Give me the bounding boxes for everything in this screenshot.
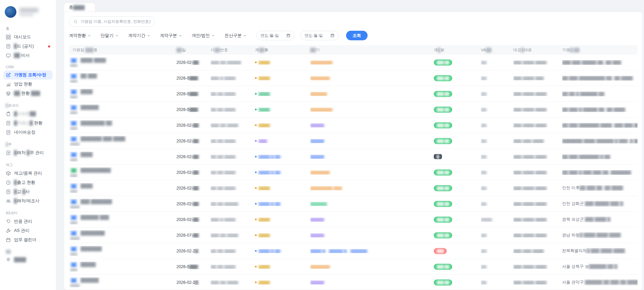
sidebar-item[interactable]: 영업 현황 <box>3 80 53 89</box>
van-cell: ██ <box>481 265 513 269</box>
store-type-badge: ██ <box>70 246 78 251</box>
sidebar-item[interactable]: ████ <box>3 255 53 264</box>
store-subtext: ████ <box>70 205 174 209</box>
company-logo <box>5 6 16 18</box>
sidebar-item[interactable]: █가세신█ 현황 <box>3 119 53 128</box>
table-row[interactable]: ██ ██████ ███ 2026-0███ ██-██-████ ████ … <box>69 102 638 118</box>
sidebar-item[interactable]: █래처/제조사 <box>3 196 53 206</box>
date-cell: 2026-02-██ <box>176 186 211 191</box>
column-header: 계█분 <box>434 47 481 53</box>
sidebar-item[interactable]: █시수문██ <box>3 109 53 119</box>
serial-cell: ██-██-█████ <box>211 202 255 206</box>
sidebar-item[interactable]: █드 (공지) <box>3 42 53 51</box>
address-cell: ██ ███ ███████ ████, ███ ███ ██ <box>562 123 638 128</box>
sidebar-item[interactable]: 대시보드 <box>3 32 53 42</box>
sidebar-section-title: CRM <box>6 65 53 69</box>
table-row[interactable]: ██ ████████ ██ ███ 2026-02-██ ███-██-███… <box>69 118 638 133</box>
sidebar-item[interactable]: █출고 현황 <box>3 178 53 187</box>
table-row[interactable]: ██ ██████████ ███ 2026-02-██ ██-██-████ … <box>69 165 638 180</box>
table-row[interactable]: ██ ███ ███████ ████ 2026-02-██ ██-██-███… <box>69 196 638 212</box>
calendar-icon <box>330 33 334 38</box>
status-dot <box>255 61 257 63</box>
terminal-cell: █████ <box>310 123 434 127</box>
sidebar-item[interactable]: █래처 █무 관리 <box>3 148 53 157</box>
search-input[interactable] <box>81 19 151 24</box>
table-row[interactable]: ██ ████████ ████ 2026-07-██ ███-██-████ … <box>69 227 638 243</box>
column-header: 가맹점 ███호 <box>69 47 176 53</box>
sidebar-item-label: ████ <box>14 257 26 262</box>
filter-dropdown[interactable]: 개인/법인 <box>192 33 215 39</box>
terminal-link[interactable]: █████ █ <box>329 249 347 253</box>
contract-status-cell: ████ <box>255 108 310 112</box>
store-subtext: ███ <box>70 64 174 67</box>
date-cell: 2026-02-██ <box>176 123 211 128</box>
sidebar-item-label: 반품 관리 <box>14 219 32 224</box>
tab-bar: 총 ████ <box>64 3 643 12</box>
terminal-link[interactable]: ████ █ <box>310 249 325 253</box>
column-header: 대표█대폰 <box>513 47 562 53</box>
sidebar-section-title: 홈 <box>6 26 53 31</box>
terminal-link[interactable]: ██████ <box>350 249 367 253</box>
sidebar-item[interactable]: 재고/품목 관리 <box>3 169 53 178</box>
address-cell: ██ ██ █ ██████ ██ <box>562 92 638 96</box>
address-cell: 전북특별자치█ ███ ████ ████ <box>562 248 638 254</box>
table-row[interactable]: ██ ██ ███ ███ 2026-0███ ███-█-████ ████ … <box>69 70 638 86</box>
filter-dropdown[interactable]: 계약기간 <box>128 33 150 39</box>
column-header: ██기 <box>310 47 434 53</box>
table-row[interactable]: ██ ████ ███ 2026-02-██ ██-██-████ ████ █… <box>69 149 638 165</box>
chevron-down-icon <box>115 34 118 37</box>
sidebar-item[interactable]: AS 관리 <box>3 226 53 235</box>
date-from-input[interactable]: 연도-월-일 <box>256 31 295 40</box>
filter-dropdown[interactable]: 계약현황 <box>69 33 91 39</box>
sidebar-item[interactable]: ██ 현황 ███ <box>3 89 53 98</box>
phone-cell: ███-████-████ <box>513 186 562 190</box>
sidebar-item[interactable]: 네이버송장 <box>3 128 53 137</box>
sidebar-item-label: 업무 캘린더 <box>14 237 37 243</box>
doc-icon <box>6 121 11 126</box>
date-to-input[interactable]: 연도-월-일 <box>300 31 339 40</box>
terminal-cell: █████ <box>310 155 434 159</box>
status-dot <box>255 171 257 173</box>
chevron-down-icon <box>88 34 91 37</box>
store-type-badge: ██ <box>70 167 78 173</box>
table-row[interactable]: ██ ████ ███ 2026-0███ ██-██-████ ████ ██… <box>69 86 638 102</box>
search-submit-button[interactable]: 조회 <box>346 31 368 40</box>
phone-cell: ███-████-████ <box>513 218 562 222</box>
table-row[interactable]: ██ ██████ ████ 2026-02-2█ ███-██-████ ██… <box>69 275 638 290</box>
filter-dropdown[interactable]: 단말기 <box>101 33 118 39</box>
van-cell: ██ <box>481 280 513 285</box>
search-box[interactable] <box>69 16 155 27</box>
sidebar-item[interactable]: █고 █사 <box>3 187 53 196</box>
address-cell: 서울 관악구 ██████ ██ ███ ██ ████ <box>562 279 638 285</box>
table-row[interactable]: ██ █████ ███ 2026-0███ ██-██-████ ████ █… <box>69 259 638 275</box>
table-row[interactable]: ██ ████ ███ 2026-02-██ ██-██-████ ████ █… <box>69 180 638 196</box>
status-dot <box>255 93 257 95</box>
table-row[interactable]: ██ ███████ ███ 2026-02-2█ ██-██-████ ███… <box>69 243 638 259</box>
terminal-cell: ████ ██████ ███████ <box>310 249 434 253</box>
sidebar-item[interactable]: 가맹점 조회/수정 <box>3 70 53 80</box>
sidebar-item[interactable]: ██ 비서 <box>3 51 53 60</box>
filter-dropdown[interactable]: 계약구분 <box>160 33 182 39</box>
store-type-badge: ██ <box>70 136 78 141</box>
sidebar-item-label: █시수문██ <box>14 111 36 117</box>
store-name: ████ ████ <box>81 58 106 63</box>
upload-doc-icon <box>6 150 11 155</box>
address-cell: 경북 의성군 ███ ████ █ <box>562 217 638 222</box>
tab-total[interactable]: 총 ████ <box>64 3 95 12</box>
date-cell: 2026-0███ <box>176 264 211 269</box>
filter-dropdown[interactable]: 전산구분 <box>225 33 246 39</box>
phone-cell: ███-███-████ <box>513 139 562 143</box>
table-row[interactable]: ██ ████ ████ ███ 2026-02-██ ███-██-█████… <box>69 55 638 70</box>
store-subtext: ███ <box>70 221 174 224</box>
partners-icon <box>6 198 11 204</box>
sidebar-item[interactable]: 반품 관리 <box>3 217 53 226</box>
table-row[interactable]: ██ ██████ ███ ███ 2026-02-██ ███-█-████ … <box>69 212 638 227</box>
clock-icon <box>6 180 11 185</box>
contract-type-badge: ███ ██ <box>434 59 452 66</box>
company-name: ████████ <box>19 8 38 12</box>
serial-cell: ██-██-████ <box>211 155 255 159</box>
table-row[interactable]: ██ ███████ ███ ████ ████ 2026-02-██ ██-█… <box>69 133 638 149</box>
sidebar-item[interactable]: 업무 캘린더 <box>3 235 53 245</box>
sidebar-item-label: █래처 █무 관리 <box>14 150 44 156</box>
van-cell: ██ <box>481 249 513 253</box>
